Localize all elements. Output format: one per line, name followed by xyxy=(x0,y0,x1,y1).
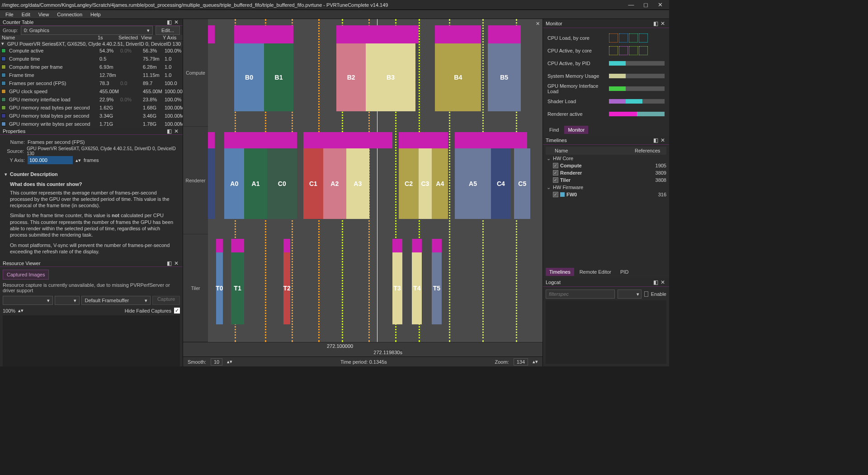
group-label: Group: xyxy=(3,28,18,33)
prop-name: Frames per second (FPS) xyxy=(28,139,85,145)
counter-row[interactable]: GPU memory read bytes per second1.62G1.6… xyxy=(0,104,183,112)
timeline-row[interactable]: ✓Renderer3809 xyxy=(546,169,666,176)
logcat-output xyxy=(546,300,666,364)
hide-failed-checkbox[interactable]: ✓ xyxy=(174,308,180,314)
monitor-row: Renderer active xyxy=(547,108,665,120)
counter-row[interactable]: Frame time12.78m11.15m1.0 xyxy=(0,71,183,79)
tl-group[interactable]: ⌄HW Core xyxy=(546,155,666,162)
rv-canvas xyxy=(3,315,180,366)
close-icon[interactable]: ✕ xyxy=(659,279,666,285)
time-ruler[interactable]: 272.100000 272.119830s xyxy=(183,342,542,356)
counter-row[interactable]: GPU memory total bytes per second3.34G3.… xyxy=(0,112,183,120)
track-label-tiler: Tiler xyxy=(183,234,208,342)
counter-table-columns: Name 1s Selected View Y Axis xyxy=(0,35,183,41)
resource-viewer-header: Resource Viewer ◧ ✕ xyxy=(0,260,183,267)
menu-view[interactable]: View xyxy=(35,11,53,18)
time-period: Time period: 0.1345s xyxy=(340,359,387,365)
counter-group-row[interactable]: ▾ GPU PowerVR Series6XT, GX6250, Clyde 4… xyxy=(0,41,183,47)
counter-row[interactable]: GPU memory interface load22.9%0.0%23.8%1… xyxy=(0,95,183,104)
monitor-row: GPU Memory Interface Load xyxy=(547,82,665,95)
smooth-value[interactable]: 10 xyxy=(211,358,222,366)
counter-row[interactable]: GPU memory write bytes per second1.71G1.… xyxy=(0,120,183,128)
title-bar: //imgtec.org/data/Common/KingsLangley/Sc… xyxy=(0,0,669,10)
desc-p3: On most platforms, V-sync will prevent t… xyxy=(10,242,178,255)
minimize-icon[interactable]: — xyxy=(624,1,638,8)
yaxis-input[interactable] xyxy=(28,156,73,164)
capture-button[interactable]: Capture xyxy=(152,296,180,305)
dock-icon[interactable]: ◧ xyxy=(652,279,659,285)
logcat-filter-input[interactable] xyxy=(546,290,615,299)
counter-row[interactable]: Compute active54.3%0.0%56.3%100.0% xyxy=(0,47,183,55)
edit-button[interactable]: Edit... xyxy=(156,26,180,35)
tab-remote-editor[interactable]: Remote Editor xyxy=(576,268,615,276)
desc-p2: Similar to the frame time counter, this … xyxy=(10,212,178,238)
stepper-icon[interactable]: ▴▾ xyxy=(18,308,24,314)
timelines-header: Timelines◧✕ xyxy=(543,136,669,145)
group-dropdown[interactable]: 0: Graphics ▾ xyxy=(21,26,153,35)
close-icon[interactable]: ✕ xyxy=(173,128,180,134)
close-icon[interactable]: ✕ xyxy=(659,20,666,27)
stepper-icon[interactable]: ▴▾ xyxy=(75,157,81,163)
tab-pid[interactable]: PID xyxy=(617,268,632,276)
prop-source: GPU PowerVR Series6XT, GX6250, Clyde 4.4… xyxy=(27,146,178,156)
captured-images-button[interactable]: Captured Images xyxy=(3,270,49,280)
counter-table-header: Counter Table ◧ ✕ xyxy=(0,19,183,26)
dock-icon[interactable]: ◧ xyxy=(165,19,173,25)
menu-bar: File Edit View Connection Help xyxy=(0,10,669,19)
track-label-compute: Compute xyxy=(183,19,208,127)
menu-file[interactable]: File xyxy=(2,11,17,18)
counter-row[interactable]: Compute time0.575.79m1.0 xyxy=(0,55,183,63)
rv-framebuffer-select[interactable]: Default Framebuffer▾ xyxy=(81,296,150,305)
rv-warning: Resource capture is currently unavailabl… xyxy=(3,282,180,293)
logcat-header: Logcat◧✕ xyxy=(543,278,669,287)
tab-find[interactable]: Find xyxy=(546,126,562,134)
dock-icon[interactable]: ◧ xyxy=(165,260,173,266)
rv-select-2[interactable]: ▾ xyxy=(55,296,80,305)
timeline-row[interactable]: ✓Tiler3808 xyxy=(546,176,666,184)
desc-p1: This counter represents the average numb… xyxy=(10,190,178,209)
close-icon[interactable]: ✕ xyxy=(173,19,180,25)
close-icon[interactable]: ✕ xyxy=(659,137,666,143)
counter-row[interactable]: Frames per second (FPS)78.30.089.7100.0 xyxy=(0,79,183,87)
timeline-row[interactable]: ✓FW0316 xyxy=(546,191,666,198)
monitor-row: CPU Load, by core xyxy=(547,32,665,44)
timeline-controls: Smooth: 10 ▴▾ Time period: 0.1345s Zoom:… xyxy=(183,356,542,366)
tl-group[interactable]: ⌄HW Firmware xyxy=(546,184,666,191)
logcat-level-select[interactable]: ▾ xyxy=(618,290,642,299)
properties-header: Properties ◧ ✕ xyxy=(0,128,183,135)
monitor-row: Shader Load xyxy=(547,95,665,108)
menu-help[interactable]: Help xyxy=(87,11,104,18)
menu-connection[interactable]: Connection xyxy=(53,11,86,18)
tab-monitor[interactable]: Monitor xyxy=(564,126,588,134)
chevron-down-icon: ▾ xyxy=(147,28,150,33)
close-icon[interactable]: ✕ xyxy=(173,260,180,266)
timeline-row[interactable]: ✓Compute1905 xyxy=(546,162,666,169)
rv-zoom-value: 100% xyxy=(3,308,15,314)
track-label-renderer: Renderer xyxy=(183,127,208,234)
monitor-row: CPU Active, by PID xyxy=(547,57,665,70)
dock-icon[interactable]: ◧ xyxy=(165,128,173,134)
rv-select-1[interactable]: ▾ xyxy=(3,296,53,305)
monitor-row: CPU Active, by core xyxy=(547,44,665,57)
dock-icon[interactable]: ◧ xyxy=(652,20,659,27)
close-icon[interactable]: ✕ xyxy=(653,1,667,8)
zoom-value[interactable]: 134 xyxy=(514,358,528,366)
hide-failed-label: Hide Failed Captures xyxy=(125,308,171,314)
maximize-icon[interactable]: ◻ xyxy=(638,1,653,8)
window-title: //imgtec.org/data/Common/KingsLangley/Sc… xyxy=(2,2,624,8)
menu-edit[interactable]: Edit xyxy=(18,11,34,18)
stepper-icon[interactable]: ▴▾ xyxy=(533,359,538,365)
counter-row[interactable]: GPU clock speed455.00M455.00M1000.00M xyxy=(0,87,183,95)
dock-icon[interactable]: ◧ xyxy=(652,137,659,143)
monitor-row: System Memory Usage xyxy=(547,70,665,82)
monitor-header: Monitor◧✕ xyxy=(543,19,669,28)
logcat-enable-checkbox[interactable] xyxy=(644,291,648,297)
timeline-canvas[interactable]: B0 B1 B2 B3 B4 B5 A0 A1 C0 xyxy=(208,19,542,342)
stepper-icon[interactable]: ▴▾ xyxy=(227,359,232,365)
tab-timelines[interactable]: Timelines xyxy=(546,268,574,276)
close-icon[interactable]: ✕ xyxy=(534,21,541,27)
counter-row[interactable]: Compute time per frame6.93m6.28m1.0 xyxy=(0,63,183,71)
